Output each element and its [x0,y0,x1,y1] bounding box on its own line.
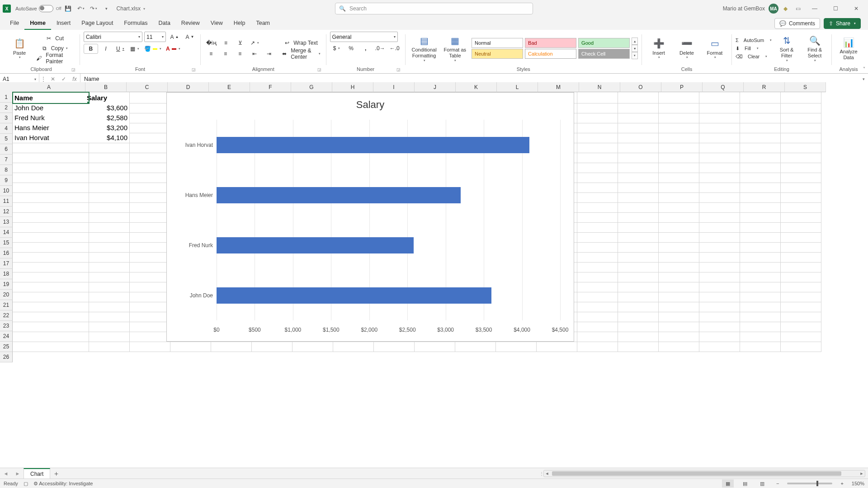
redo-icon[interactable]: ↷▾ [88,3,99,14]
coming-soon-icon[interactable]: ◆ [779,3,791,14]
row-header[interactable]: 21 [0,300,13,310]
row-header[interactable]: 23 [0,321,13,331]
zoom-level[interactable]: 150% [852,481,864,486]
row-header[interactable]: 22 [0,310,13,321]
paste-button[interactable]: 📋 Paste ▾ [6,33,33,63]
style-normal[interactable]: Normal [472,38,523,48]
scroll-left-icon[interactable]: ◄ [544,471,550,476]
dialog-launcher-icon[interactable]: ◲ [71,67,76,73]
sort-filter-button[interactable]: ⇅Sort & Filter▾ [774,33,800,63]
cell[interactable] [85,341,130,352]
cell[interactable] [13,341,89,352]
ribbon-tab-data[interactable]: Data [153,17,175,30]
row-header[interactable]: 6 [0,144,13,155]
window-close-button[interactable]: ✕ [846,0,866,17]
chart-bar[interactable] [217,237,414,253]
qat-customize-icon[interactable]: ▾ [100,3,112,14]
style-calculation[interactable]: Calculation [525,49,576,59]
increase-font-size-button[interactable]: A▲ [168,33,181,42]
style-good[interactable]: Good [578,38,630,48]
ribbon-tab-home[interactable]: Home [24,17,51,30]
row-header[interactable]: 12 [0,206,13,217]
row-header[interactable]: 24 [0,331,13,342]
cell[interactable] [492,341,537,352]
cell[interactable] [410,341,455,352]
column-header[interactable]: A [13,82,85,92]
zoom-out-button[interactable]: − [774,481,782,486]
cell[interactable] [207,341,252,352]
dialog-launcher-icon[interactable]: ◲ [317,67,322,73]
row-header[interactable]: 20 [0,290,13,300]
data-cell[interactable]: $4,100 [85,132,130,143]
column-header[interactable]: I [373,82,415,92]
chart-bar[interactable] [217,137,529,153]
align-top-button[interactable]: �ің [204,38,218,47]
styles-more[interactable]: ▾ [632,52,638,59]
cell[interactable] [655,341,699,352]
comma-format-button[interactable]: , [359,44,373,53]
percent-format-button[interactable]: % [344,44,358,53]
font-name-combo[interactable]: Calibri▾ [84,32,142,42]
borders-button[interactable]: ▦▾ [128,44,142,53]
user-name[interactable]: Mario at GemBox [723,5,765,12]
accounting-format-button[interactable]: $▾ [330,44,344,53]
chart-bar[interactable] [217,287,491,304]
tab-split-handle[interactable]: ⋮ [540,470,543,477]
underline-button[interactable]: U▾ [113,44,127,53]
dialog-launcher-icon[interactable]: ◲ [191,67,197,73]
wrap-text-button[interactable]: ↩ Wrap Text [280,38,322,47]
decrease-indent-button[interactable]: ⇤ [248,49,261,58]
column-header[interactable]: F [250,82,291,92]
column-header[interactable]: S [785,82,826,92]
fill-button[interactable]: ⬇ Fill ▾ [736,44,772,52]
macro-record-icon[interactable]: ▢ [24,481,28,487]
number-format-combo[interactable]: General▾ [330,32,398,42]
style-check-cell[interactable]: Check Cell [578,49,630,59]
analyze-data-button[interactable]: 📊Analyze Data [835,33,862,63]
chart-plot-area[interactable]: $0$500$1,000$1,500$2,000$2,500$3,000$3,5… [217,120,560,320]
column-header[interactable]: N [579,82,620,92]
row-header[interactable]: 1 [0,92,13,103]
cell[interactable] [370,341,415,352]
align-right-button[interactable]: ≡ [233,49,247,58]
orientation-button[interactable]: ↗▾ [248,38,262,47]
cell[interactable] [614,341,659,352]
row-header[interactable]: 18 [0,269,13,279]
cell[interactable] [777,341,821,352]
ribbon-tab-formulas[interactable]: Formulas [118,17,153,30]
row-header[interactable]: 9 [0,175,13,186]
format-painter-button[interactable]: 🖌 Format Painter [34,54,76,63]
insert-cells-button[interactable]: ➕Insert▾ [646,33,672,63]
clear-button[interactable]: ⌫ Clear ▾ [736,52,772,61]
cell[interactable] [695,341,740,352]
window-minimize-button[interactable]: — [805,0,825,17]
column-header[interactable]: Q [703,82,744,92]
row-header[interactable]: 2 [0,103,13,113]
format-cells-button[interactable]: ▭Format▾ [702,33,728,63]
collapse-ribbon-icon[interactable]: ˅ [863,66,865,71]
merge-center-button[interactable]: ⬌ Merge & Center▾ [280,49,322,58]
column-header[interactable]: G [291,82,332,92]
cell-styles-gallery[interactable]: Normal Bad Good Neutral Calculation Chec… [471,38,631,59]
ribbon-tab-help[interactable]: Help [228,17,251,30]
align-bottom-button[interactable]: ⊻ [234,38,247,47]
embedded-chart[interactable]: Salary$0$500$1,000$1,500$2,000$2,500$3,0… [166,92,574,342]
ribbon-tab-file[interactable]: File [5,17,24,30]
cell[interactable] [329,341,374,352]
undo-icon[interactable]: ↶▾ [75,3,87,14]
row-header[interactable]: 11 [0,196,13,206]
row-header[interactable]: 5 [0,134,13,144]
column-header[interactable]: L [497,82,538,92]
styles-scroll-down[interactable]: ▼ [632,45,638,52]
chart-bar[interactable] [217,187,461,203]
file-name[interactable]: Chart.xlsx [117,5,141,12]
row-header[interactable]: 16 [0,248,13,258]
search-input[interactable]: 🔍 Search [335,3,533,14]
cell[interactable] [573,341,618,352]
zoom-in-button[interactable]: + [838,481,846,486]
conditional-formatting-button[interactable]: ▤Conditional Formatting▾ [409,33,439,63]
cell[interactable] [126,341,170,352]
bold-button[interactable]: B [84,44,98,54]
column-header[interactable]: B [85,82,127,92]
align-middle-button[interactable]: ≡ [219,38,233,47]
